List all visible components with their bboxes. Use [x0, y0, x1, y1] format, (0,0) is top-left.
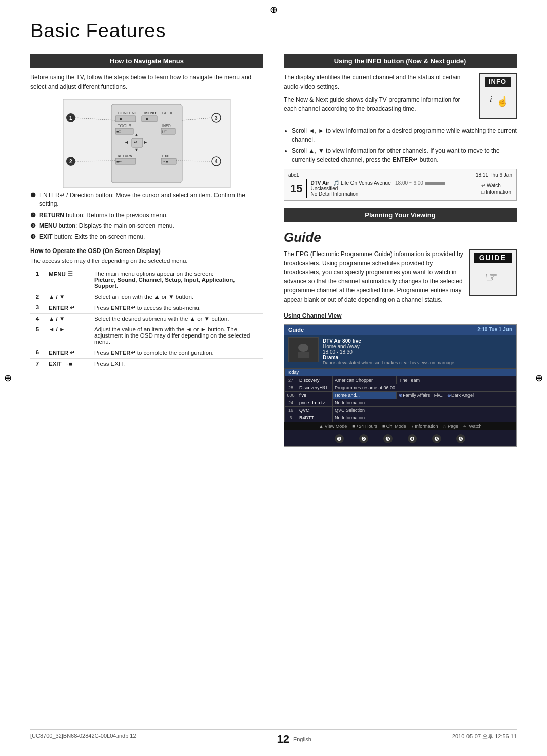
- svg-text:INFO: INFO: [162, 124, 171, 128]
- table-row: Today: [285, 369, 516, 376]
- channel-view-label: Using Channel View: [284, 312, 517, 319]
- svg-text:☰■: ☰■: [143, 117, 148, 121]
- svg-text:►: ►: [143, 140, 148, 145]
- nav-bullets: ❶ ENTER↵ / Direction button: Move the cu…: [30, 191, 263, 241]
- svg-text:■↩: ■↩: [116, 160, 122, 163]
- svg-text:◄: ◄: [124, 140, 129, 145]
- page-footer: [UC8700_32]BN68-02842G-00L04.indb 12 12 …: [30, 729, 517, 746]
- info-button-box: INFO 𝑖 ☝: [479, 73, 517, 119]
- table-row: 800 five Home and... ⊕Family Affairs Fiv…: [285, 392, 516, 399]
- svg-text:RETURN: RETURN: [118, 154, 132, 158]
- guide-box-title: GUIDE: [474, 253, 512, 263]
- table-row: 7 EXIT →■ Press EXIT.: [30, 358, 263, 369]
- remote-diagram: CONTENT ☰■ MENU ☰■ GUIDE TOOLS ■□ INFO: [30, 95, 263, 191]
- guide-box-icon: ☞: [474, 265, 512, 293]
- svg-text:3: 3: [215, 115, 218, 121]
- svg-text:i ⬚: i ⬚: [162, 130, 168, 133]
- planning-header: Planning Your Viewing: [284, 208, 517, 222]
- table-row: 1 MENU ☰ The main menu options appear on…: [30, 269, 263, 291]
- info-bullet-2: Scroll ▲, ▼ to view information for othe…: [292, 146, 517, 164]
- table-row: 28 DiscoveryH&L Programmes resume at 06:…: [285, 384, 516, 392]
- table-row: 5 ◄ / ► Adjust the value of an item with…: [30, 324, 263, 347]
- osd-table: 1 MENU ☰ The main menu options appear on…: [30, 269, 263, 369]
- svg-text:■□: ■□: [116, 130, 121, 133]
- svg-text:EXIT: EXIT: [162, 154, 170, 158]
- right-column: Using the INFO button (Now & Next guide)…: [284, 54, 517, 452]
- svg-text:𝑖: 𝑖: [490, 94, 492, 104]
- bullet-item-4: ❹ EXIT button: Exits the on-screen menu.: [30, 233, 263, 241]
- svg-rect-44: [298, 352, 309, 358]
- svg-text:2: 2: [69, 159, 72, 164]
- language-label: English: [293, 736, 311, 742]
- osd-title: How to Operate the OSD (On Screen Displa…: [30, 247, 263, 255]
- info-button-header: Using the INFO button (Now & Next guide): [284, 54, 517, 68]
- svg-text:1: 1: [69, 115, 72, 121]
- svg-text:☞: ☞: [485, 269, 498, 285]
- table-row: 27 Discovery American Chopper Tine Team: [285, 376, 516, 384]
- bullet-item-1: ❶ ENTER↵ / Direction button: Move the cu…: [30, 191, 263, 208]
- guide-channel-table: Today 27 Discovery American Chopper Tine…: [284, 368, 516, 422]
- svg-text:CONTENT: CONTENT: [118, 111, 137, 115]
- info-bullets: Scroll ◄, ► to view information for a de…: [292, 126, 517, 164]
- table-row: 2 ▲ / ▼ Select an icon with the ▲ or ▼ b…: [30, 291, 263, 302]
- info-screen-preview: abc1 18:11 Thu 6 Jan 15 DTV Air 🎵 Life O…: [284, 169, 517, 201]
- guide-button-box: GUIDE ☞: [469, 249, 517, 296]
- left-column: How to Navigate Menus Before using the T…: [30, 54, 263, 452]
- bullet-item-2: ❷ RETURN button: Returns to the previous…: [30, 211, 263, 220]
- svg-point-43: [298, 344, 308, 352]
- nav-menus-intro: Before using the TV, follow the steps be…: [30, 73, 263, 91]
- osd-note: The access step may differ depending on …: [30, 258, 263, 264]
- info-box-title: INFO: [485, 77, 511, 87]
- table-row: 3 ENTER ↵ Press ENTER↵ to access the sub…: [30, 302, 263, 313]
- footer-date: 2010-05-07 오후 12:56 11: [452, 733, 517, 746]
- guide-numbered-labels: ❶ ❷ ❸ ❹ ❺ ❻: [284, 432, 516, 446]
- table-row: 4 ▲ / ▼ Select the desired submenu with …: [30, 313, 263, 324]
- svg-text:4: 4: [215, 159, 218, 164]
- guide-footer-bar: ▲ View Mode ■ +24 Hours ■ Ch. Mode 7 Inf…: [284, 422, 516, 430]
- bullet-item-3: ❸ MENU button: Displays the main on-scre…: [30, 222, 263, 230]
- page-title: Basic Features: [30, 20, 517, 42]
- table-row: 6 R4DTT No Information: [285, 414, 516, 422]
- svg-text:☰■: ☰■: [116, 117, 122, 121]
- info-bullet-1: Scroll ◄, ► to view information for a de…: [292, 126, 517, 144]
- svg-text:↵: ↵: [134, 140, 138, 145]
- svg-text:TOOLS: TOOLS: [118, 123, 131, 128]
- svg-text:▼: ▼: [134, 147, 139, 152]
- guide-icon-svg: ☞: [483, 267, 503, 289]
- svg-text:→■: →■: [162, 160, 168, 163]
- page-number: 12: [277, 733, 289, 746]
- svg-text:☝: ☝: [496, 95, 507, 107]
- nav-menus-header: How to Navigate Menus: [30, 54, 263, 68]
- table-row: 16 QVC QVC Selection: [285, 407, 516, 414]
- guide-title: Guide: [284, 230, 517, 245]
- svg-text:MENU: MENU: [144, 111, 157, 115]
- svg-text:GUIDE: GUIDE: [162, 111, 174, 115]
- info-box-icon: 𝑖 ☝: [485, 89, 511, 115]
- table-row: 24 price-drop.tv No Information: [285, 399, 516, 407]
- info-icon-svg: 𝑖 ☝: [487, 91, 507, 111]
- footer-file: [UC8700_32]BN68-02842G-00L04.indb 12: [30, 733, 136, 746]
- svg-text:▲: ▲: [134, 132, 139, 137]
- guide-screen-preview: Guide 2:10 Tue 1 Jun DTV Air 800 five Ho…: [284, 324, 517, 447]
- table-row: 6 ENTER ↵ Press ENTER↵ to complete the c…: [30, 347, 263, 358]
